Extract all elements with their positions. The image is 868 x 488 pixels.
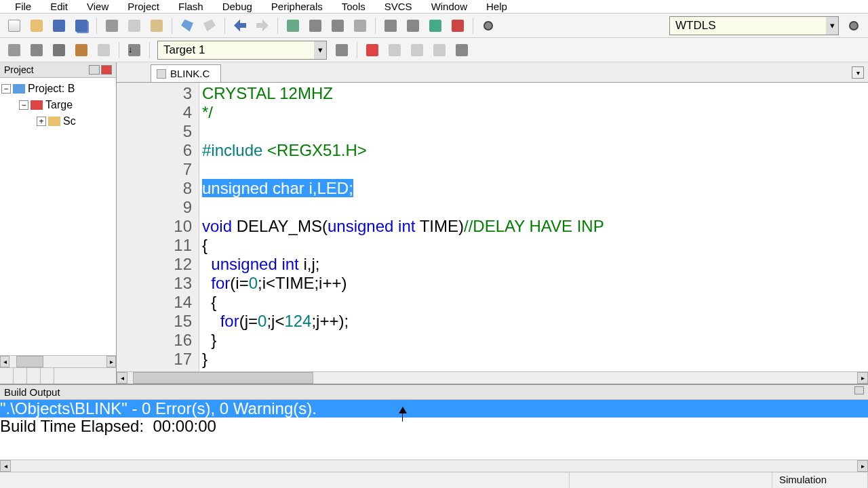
- select-packs-button[interactable]: [407, 41, 427, 60]
- download-button[interactable]: ↓: [124, 41, 144, 60]
- scroll-left-icon[interactable]: ◂: [117, 372, 127, 384]
- cut-button[interactable]: [102, 16, 122, 35]
- tree-source-group-node[interactable]: + Sc: [1, 113, 115, 129]
- menu-file[interactable]: File: [5, 0, 41, 13]
- bookmark-button[interactable]: [283, 16, 303, 35]
- tree-project-node[interactable]: − Project: B: [1, 81, 115, 97]
- scroll-right-icon[interactable]: ▸: [106, 356, 116, 367]
- menu-tools[interactable]: Tools: [332, 0, 375, 13]
- project-panel: Project − Project: B − Targe + Sc ◂: [0, 62, 117, 384]
- indent-button[interactable]: [380, 16, 401, 35]
- build-button[interactable]: [26, 41, 47, 60]
- uncomment-button[interactable]: [448, 16, 468, 35]
- file-tab-label: BLINK.C: [170, 68, 210, 79]
- scroll-right-icon[interactable]: ▸: [857, 460, 868, 472]
- target-select-text: Target 1: [158, 43, 314, 57]
- tab-dropdown-icon[interactable]: ▾: [852, 66, 864, 79]
- translate-button[interactable]: [4, 41, 24, 60]
- save-all-button[interactable]: [71, 16, 92, 35]
- project-hscroll[interactable]: ◂ ▸: [0, 355, 116, 367]
- scroll-thumb[interactable]: [133, 372, 313, 384]
- find-in-files-button[interactable]: [478, 16, 498, 35]
- code-line[interactable]: {: [202, 236, 865, 255]
- find-button[interactable]: [844, 16, 864, 35]
- undo-button[interactable]: [177, 16, 197, 35]
- find-combo-text: WTDLS: [670, 19, 826, 33]
- save-button[interactable]: [49, 16, 69, 35]
- books-button[interactable]: [452, 41, 472, 60]
- clear-bookmarks-button[interactable]: [350, 16, 370, 35]
- nav-forward-button[interactable]: [252, 16, 273, 35]
- chevron-down-icon[interactable]: ▾: [826, 17, 838, 35]
- manage-rte-button[interactable]: [384, 41, 405, 60]
- menu-view[interactable]: View: [77, 0, 118, 13]
- build-output-content[interactable]: ".\Objects\BLINK" - 0 Error(s), 0 Warnin…: [0, 400, 868, 460]
- code-line[interactable]: {: [202, 293, 865, 312]
- tree-target-node[interactable]: − Targe: [1, 97, 115, 113]
- editor-tabstrip: BLINK.C ▾: [117, 62, 868, 83]
- code-line[interactable]: */: [202, 103, 865, 122]
- code-line[interactable]: #include <REGX51.H>: [202, 141, 865, 160]
- manage-components-button[interactable]: [362, 41, 382, 60]
- scroll-left-icon[interactable]: ◂: [0, 356, 9, 367]
- menu-debug[interactable]: Debug: [213, 0, 262, 13]
- editor-area: BLINK.C ▾ 34567891011121314151617 CRYSTA…: [117, 62, 868, 384]
- project-panel-tabs[interactable]: [0, 367, 116, 384]
- menu-bar: FileEditViewProjectFlashDebugPeripherals…: [0, 0, 868, 14]
- code-line[interactable]: }: [202, 331, 865, 350]
- menu-project[interactable]: Project: [118, 0, 169, 13]
- find-combo[interactable]: WTDLS ▾: [669, 16, 839, 35]
- next-bookmark-button[interactable]: [328, 16, 348, 35]
- comment-button[interactable]: [425, 16, 446, 35]
- expand-icon[interactable]: +: [37, 117, 46, 126]
- redo-button[interactable]: [199, 16, 220, 35]
- menu-edit[interactable]: Edit: [41, 0, 77, 13]
- status-simulation: Simulation: [772, 472, 868, 488]
- outdent-button[interactable]: [403, 16, 423, 35]
- code-line[interactable]: [202, 122, 865, 141]
- new-file-button[interactable]: [4, 16, 24, 35]
- code-line[interactable]: [202, 198, 865, 217]
- editor-hscroll[interactable]: ◂ ▸: [117, 371, 868, 384]
- code-line[interactable]: for(i=0;i<TIME;i++): [202, 274, 865, 293]
- paste-button[interactable]: [146, 16, 167, 35]
- menu-peripherals[interactable]: Peripherals: [262, 0, 332, 13]
- rebuild-button[interactable]: [49, 41, 69, 60]
- code-line[interactable]: unsigned int i,j;: [202, 255, 865, 274]
- code-line[interactable]: unsigned char i,LED;: [202, 179, 865, 198]
- code-line[interactable]: [202, 160, 865, 179]
- pin-icon[interactable]: [89, 65, 100, 75]
- menu-help[interactable]: Help: [477, 0, 517, 13]
- scroll-thumb[interactable]: [16, 356, 43, 367]
- code-editor[interactable]: 34567891011121314151617 CRYSTAL 12MHZ*/#…: [117, 83, 868, 371]
- collapse-icon[interactable]: −: [1, 84, 11, 94]
- nav-back-button[interactable]: [230, 16, 250, 35]
- target-select[interactable]: Target 1 ▾: [157, 41, 327, 60]
- file-tab[interactable]: BLINK.C: [151, 64, 221, 82]
- build-output-line[interactable]: Build Time Elapsed: 00:00:00: [0, 418, 868, 435]
- build-output-line[interactable]: ".\Objects\BLINK" - 0 Error(s), 0 Warnin…: [0, 400, 868, 418]
- copy-button[interactable]: [124, 16, 144, 35]
- collapse-icon[interactable]: −: [19, 100, 28, 110]
- scroll-right-icon[interactable]: ▸: [857, 372, 868, 384]
- menu-flash[interactable]: Flash: [169, 0, 213, 13]
- prev-bookmark-button[interactable]: [305, 16, 326, 35]
- stop-build-button[interactable]: [94, 41, 114, 60]
- batch-build-button[interactable]: [71, 41, 92, 60]
- pin-icon[interactable]: [854, 386, 864, 394]
- code-content[interactable]: CRYSTAL 12MHZ*/#include <REGX51.H>unsign…: [199, 83, 868, 371]
- project-tree[interactable]: − Project: B − Targe + Sc: [0, 78, 116, 355]
- menu-window[interactable]: Window: [422, 0, 477, 13]
- scroll-left-icon[interactable]: ◂: [0, 460, 11, 472]
- build-hscroll[interactable]: ◂ ▸: [0, 460, 868, 472]
- code-line[interactable]: CRYSTAL 12MHZ: [202, 84, 865, 103]
- chevron-down-icon[interactable]: ▾: [314, 41, 326, 59]
- code-line[interactable]: }: [202, 350, 865, 369]
- menu-svcs[interactable]: SVCS: [375, 0, 422, 13]
- options-button[interactable]: [332, 41, 352, 60]
- open-file-button[interactable]: [26, 16, 47, 35]
- pack-installer-button[interactable]: [429, 41, 450, 60]
- code-line[interactable]: void DELAY_MS(unsigned int TIME)//DELAY …: [202, 217, 865, 236]
- code-line[interactable]: for(j=0;j<124;j++);: [202, 312, 865, 331]
- close-icon[interactable]: [101, 65, 112, 75]
